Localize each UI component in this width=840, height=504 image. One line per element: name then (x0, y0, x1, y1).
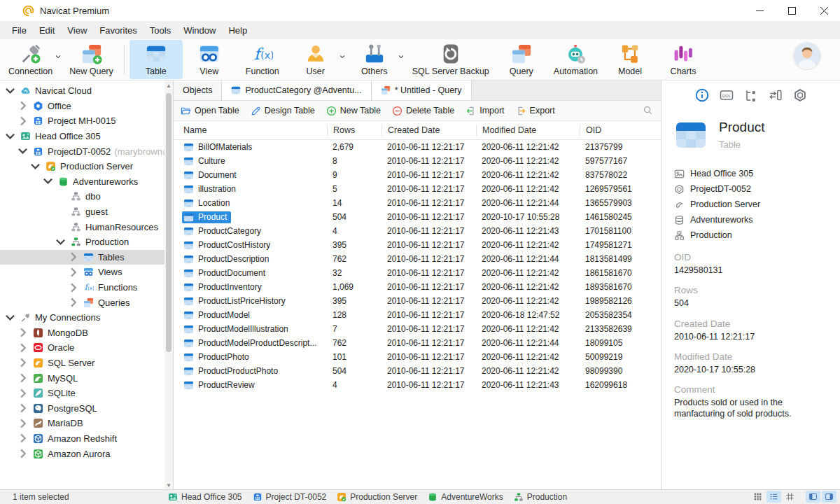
status-path-adventureworks[interactable]: AdventureWorks (428, 492, 503, 502)
close-button[interactable] (808, 0, 840, 21)
table-row-productmodelillustration[interactable]: ProductModelIllustration72010-06-11 12:2… (174, 322, 662, 336)
chevron-right-icon[interactable] (17, 100, 29, 111)
tree-item-postgresql[interactable]: PostgreSQL (0, 400, 164, 416)
menu-view[interactable]: View (61, 25, 93, 36)
toolbar-new-query-button[interactable]: New Query (64, 40, 119, 79)
chevron-down-icon[interactable] (4, 131, 16, 142)
tree-item-navicat-cloud[interactable]: Navicat Cloud (0, 83, 164, 99)
related-objects-icon[interactable] (744, 88, 758, 102)
tree-item-mysql[interactable]: MySQL (0, 370, 164, 386)
toolbar-charts-button[interactable]: Charts (657, 40, 710, 79)
minimize-button[interactable] (743, 0, 776, 21)
table-name-cell[interactable]: ProductModel (182, 309, 254, 321)
export-button[interactable]: Export (516, 106, 555, 116)
tree-item-amazon-redshift[interactable]: Amazon Redshift (0, 431, 164, 447)
chevron-right-icon[interactable] (17, 115, 29, 127)
toolbar-sql-server-backup-button[interactable]: SQL Server Backup (407, 40, 495, 79)
column-header-name[interactable]: Name (174, 125, 327, 136)
table-row-productreview[interactable]: ProductReview42010-06-11 12:21:172020-06… (174, 378, 662, 392)
menu-favorites[interactable]: Favorites (93, 25, 143, 36)
table-row-culture[interactable]: Culture82010-06-11 12:21:172020-06-11 12… (174, 154, 662, 168)
tree-item-functions[interactable]: f(x)Functions (0, 280, 164, 295)
table-name-cell[interactable]: BillOfMaterials (182, 141, 256, 153)
scroll-up-icon[interactable]: ▲ (164, 80, 173, 90)
table-name-cell[interactable]: ProductInventory (182, 281, 266, 293)
menu-tools[interactable]: Tools (144, 25, 177, 36)
chevron-right-icon[interactable] (67, 297, 79, 308)
tree-item-humanresources[interactable]: HumanResources (0, 219, 164, 234)
toolbar-others-button[interactable]: Others (348, 40, 407, 79)
table-row-productinventory[interactable]: ProductInventory1,0692010-06-11 12:21:17… (174, 280, 662, 294)
tree-item-adventureworks[interactable]: Adventureworks (0, 174, 164, 190)
status-path-project-dt-0052[interactable]: Project DT-0052 (253, 492, 327, 502)
menu-help[interactable]: Help (222, 25, 253, 36)
large-icons-view-button[interactable] (750, 491, 765, 503)
table-row-productdocument[interactable]: ProductDocument322010-06-11 12:21:172020… (174, 266, 662, 280)
detail-view-button[interactable] (783, 491, 797, 503)
scroll-down-icon[interactable]: ▼ (164, 480, 173, 490)
table-name-cell[interactable]: Product (182, 211, 231, 223)
table-name-cell[interactable]: ProductPhoto (182, 351, 253, 363)
toolbar-table-button[interactable]: Table (130, 40, 183, 79)
tree-item-views[interactable]: Views (0, 265, 164, 280)
tab-productcategory-adventu[interactable]: ProductCategory @Adventu... (222, 80, 371, 100)
table-row-productproductphoto[interactable]: ProductProductPhoto5042010-06-11 12:21:1… (174, 364, 662, 378)
tree-item-projectdt-0052[interactable]: ProjectDT-0052(marybrown@ (0, 144, 164, 159)
menu-file[interactable]: File (6, 25, 33, 36)
table-row-productcategory[interactable]: ProductCategory42010-06-11 12:21:172020-… (174, 224, 662, 238)
table-row-productdescription[interactable]: ProductDescription7622010-06-11 12:21:17… (174, 252, 662, 266)
toggle-right-panel-button[interactable] (822, 491, 836, 503)
column-header-created-date[interactable]: Created Date (382, 125, 476, 136)
chevron-right-icon[interactable] (17, 418, 29, 429)
table-row-document[interactable]: Document92010-06-11 12:21:172020-06-11 1… (174, 168, 662, 182)
table-name-cell[interactable]: ProductDocument (182, 267, 270, 279)
tree-item-mariadb[interactable]: MariaDB (0, 416, 164, 431)
toolbar-query-button[interactable]: Query (495, 40, 548, 79)
status-path-production-server[interactable]: Production Server (337, 492, 417, 502)
column-header-oid[interactable]: OID (580, 125, 662, 136)
table-name-cell[interactable]: ProductCategory (182, 225, 265, 237)
info-icon[interactable] (695, 88, 709, 102)
table-name-cell[interactable]: ProductCostHistory (182, 239, 274, 251)
scrollbar-thumb[interactable] (166, 93, 172, 352)
tree-item-queries[interactable]: Queries (0, 295, 164, 310)
tab-objects[interactable]: Objects (174, 80, 222, 100)
table-name-cell[interactable]: illustration (182, 183, 240, 195)
tree-item-production-server[interactable]: Production Server (0, 159, 164, 174)
table-row-productphoto[interactable]: ProductPhoto1012010-06-11 12:21:172020-0… (174, 350, 662, 364)
status-path-head-office-305[interactable]: Head Office 305 (168, 492, 242, 502)
open-table-button[interactable]: Open Table (181, 106, 239, 116)
tree-item-amazon-aurora[interactable]: Amazon Aurora (0, 446, 164, 461)
tree-item-sql-server[interactable]: SQL Server (0, 356, 164, 371)
toolbar-model-button[interactable]: Model (603, 40, 657, 79)
chevron-right-icon[interactable] (17, 388, 29, 399)
maintain-icon[interactable] (793, 88, 807, 102)
chevron-right-icon[interactable] (17, 357, 29, 368)
toolbar-connection-button[interactable]: Connection (3, 40, 64, 79)
tree-item-sqlite[interactable]: SQLite (0, 386, 164, 401)
toolbar-function-button[interactable]: f(x)Function (236, 40, 289, 79)
tree-item-mongodb[interactable]: MongoDB (0, 326, 164, 341)
table-row-product[interactable]: Product5042010-06-11 12:21:172020-10-17 … (174, 210, 662, 224)
new-table-button[interactable]: New Table (326, 106, 381, 116)
chevron-right-icon[interactable] (17, 402, 29, 414)
dropdown-caret-icon[interactable] (398, 54, 404, 59)
table-name-cell[interactable]: ProductReview (182, 379, 259, 391)
toolbar-automation-button[interactable]: Automation (548, 40, 603, 79)
tree-item-project-mh-0015[interactable]: Project MH-0015 (0, 113, 164, 129)
chevron-down-icon[interactable] (4, 85, 16, 97)
dropdown-caret-icon[interactable] (55, 54, 61, 59)
dependency-icon[interactable] (769, 88, 783, 102)
import-button[interactable]: Import (465, 106, 504, 116)
table-name-cell[interactable]: ProductModelProductDescript... (182, 337, 321, 349)
table-row-productcosthistory[interactable]: ProductCostHistory3952010-06-11 12:21:17… (174, 238, 662, 252)
tab-untitled-query[interactable]: * Untitled - Query (372, 80, 472, 100)
column-header-rows[interactable]: Rows (327, 125, 382, 136)
table-row-billofmaterials[interactable]: BillOfMaterials2,6792010-06-11 12:21:172… (174, 140, 662, 154)
tree-item-tables[interactable]: Tables (0, 250, 164, 265)
table-name-cell[interactable]: ProductListPriceHistory (182, 295, 290, 307)
tree-item-guest[interactable]: guest (0, 204, 164, 220)
design-table-button[interactable]: Design Table (251, 106, 315, 116)
table-row-productlistpricehistory[interactable]: ProductListPriceHistory3952010-06-11 12:… (174, 294, 662, 308)
tree-item-oracle[interactable]: Oracle (0, 340, 164, 356)
